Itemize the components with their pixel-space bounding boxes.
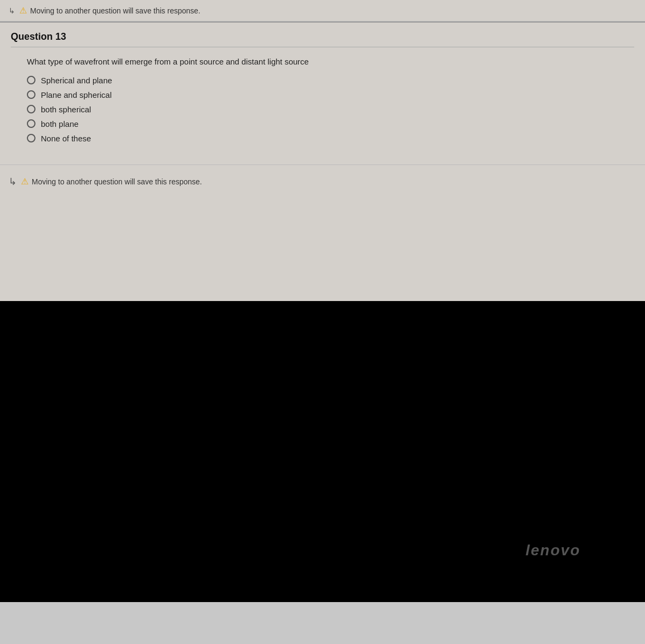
option-label-1: Spherical and plane	[41, 76, 112, 85]
top-warning-text: Moving to another question will save thi…	[30, 6, 200, 15]
question-section: Question 13 What type of wavefront will …	[0, 22, 645, 154]
bottom-warning-text: Moving to another question will save thi…	[32, 177, 202, 186]
bottom-warning-bar: ↳ ⚠ Moving to another question will save…	[0, 164, 645, 198]
radio-option-5[interactable]	[27, 134, 35, 142]
top-warning-icon: ⚠	[19, 5, 27, 16]
question-body: What type of wavefront will emerge from …	[11, 56, 634, 143]
option-item-4[interactable]: both plane	[27, 119, 634, 128]
option-item-2[interactable]: Plane and spherical	[27, 90, 634, 99]
option-item-5[interactable]: None of these	[27, 134, 634, 143]
bottom-warning-icon: ⚠	[21, 176, 28, 187]
option-item-3[interactable]: both spherical	[27, 105, 634, 114]
bottom-arrow-icon: ↳	[9, 176, 17, 188]
option-label-2: Plane and spherical	[41, 90, 112, 99]
option-item-1[interactable]: Spherical and plane	[27, 76, 634, 85]
radio-option-1[interactable]	[27, 76, 35, 84]
radio-option-4[interactable]	[27, 119, 35, 128]
question-container: ↳ ⚠ Moving to another question will save…	[0, 0, 645, 301]
question-title: Question 13	[11, 31, 634, 47]
lenovo-logo: lenovo	[526, 542, 580, 559]
black-area: lenovo	[0, 301, 645, 602]
option-label-3: both spherical	[41, 105, 91, 114]
option-label-5: None of these	[41, 134, 91, 143]
options-list: Spherical and plane Plane and spherical …	[27, 76, 634, 143]
top-arrow-icon: ↳	[9, 6, 15, 15]
option-label-4: both plane	[41, 119, 78, 128]
radio-option-2[interactable]	[27, 90, 35, 99]
question-text: What type of wavefront will emerge from …	[27, 56, 634, 68]
radio-option-3[interactable]	[27, 105, 35, 113]
top-warning-bar: ↳ ⚠ Moving to another question will save…	[0, 0, 645, 22]
